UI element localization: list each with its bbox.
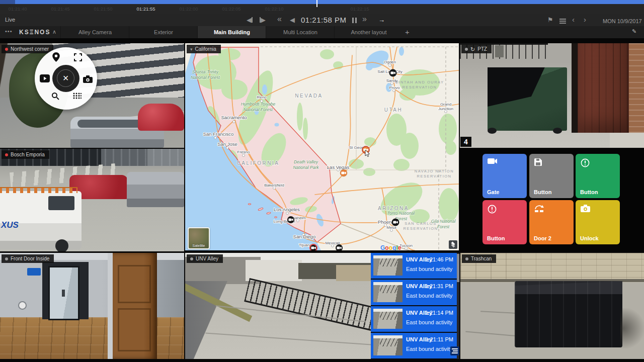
camera-name: Trashcan: [471, 256, 492, 261]
status-dot: [465, 48, 468, 51]
flag-icon[interactable]: ⚑: [547, 16, 553, 24]
scene-red-door: [578, 43, 629, 133]
map-label: Bakersfield: [264, 183, 284, 188]
scene-black-dumpster: [515, 281, 622, 347]
timeline-buffered-segment: [0, 0, 15, 4]
play-reverse-icon[interactable]: ◀: [290, 16, 295, 24]
map-label: Grand: [440, 102, 451, 107]
action-button-save[interactable]: Button: [529, 154, 574, 198]
alert-circle-icon: [488, 205, 497, 216]
scene-glass-door: [48, 266, 79, 320]
scene-green-dumpster: [488, 67, 567, 131]
map-marker-camera[interactable]: [389, 69, 397, 77]
map-marker-camera[interactable]: [340, 169, 347, 176]
collapse-chevron-icon[interactable]: ∧: [52, 29, 56, 35]
search-icon[interactable]: [50, 90, 61, 102]
location-pin-icon[interactable]: [50, 51, 61, 62]
camera-label: Trashcan: [462, 254, 496, 263]
camera-tile-northwest-corner[interactable]: Northwest corner ×: [0, 43, 184, 148]
action-button-generic[interactable]: Button: [576, 154, 620, 198]
tab-multi-location[interactable]: Multi Location: [266, 26, 335, 38]
dropdown-caret-icon: ▾: [190, 47, 193, 52]
event-list-item[interactable]: UNV Alley 1:21:14 PM East bound activity: [371, 306, 457, 332]
map-label: San Diego: [293, 234, 315, 239]
date-display: MON 10/9/2017: [603, 17, 642, 26]
map-label: Gila National: [431, 219, 456, 224]
fast-forward-icon[interactable]: »: [362, 15, 367, 23]
prev-day-icon[interactable]: ‹: [572, 15, 575, 24]
map-label: Shasta-Trinity: [192, 69, 219, 74]
map-label: Provo: [389, 85, 400, 90]
satellite-toggle[interactable]: Satellite: [188, 227, 210, 249]
play-icon[interactable]: [39, 73, 50, 84]
tab-another-layout[interactable]: Another layout: [334, 26, 403, 38]
add-tab-icon[interactable]: +: [405, 28, 410, 36]
close-icon[interactable]: ×: [52, 65, 79, 92]
timeline-tick: 01:21:50: [89, 6, 117, 12]
playback-control-bar: Live ◀ ▶ « ◀ 01:21:58 PM » → ⚑ ‹ › MON 1…: [0, 14, 644, 26]
action-button-door2[interactable]: Door 2: [529, 200, 574, 244]
action-button-unlock[interactable]: Unlock: [576, 200, 620, 244]
event-list-item[interactable]: UNV Alley 1:21:11 PM East bound activity: [371, 333, 457, 358]
map-canvas[interactable]: Shasta-Trinity National Forest NEVADA Re…: [185, 43, 459, 250]
tab-exterior[interactable]: Exterior: [129, 26, 198, 38]
current-time: 01:21:58 PM: [301, 16, 347, 24]
scene-step: [610, 133, 644, 148]
event-log-toggle-icon[interactable]: [450, 346, 459, 355]
map-label: NAVAJO NATION: [415, 169, 454, 173]
timeline-tick-row[interactable]: 01:21:40 01:21:45 01:21:50 01:21:55 01:2…: [0, 4, 644, 14]
timeline-tick: 01:22:00: [175, 6, 203, 12]
camera-label: Bosch Emporia: [2, 150, 49, 159]
brand-logo: KSΞNOS: [19, 29, 50, 36]
timeline-playhead[interactable]: [316, 0, 317, 7]
event-list-item[interactable]: UNV Alley 1:21:46 PM East bound activity: [371, 253, 457, 279]
layers-icon[interactable]: [449, 240, 457, 249]
map-label: RESERVATION: [403, 226, 438, 231]
map-marker-camera[interactable]: [392, 219, 399, 226]
event-scrollbar-thumb[interactable]: [457, 254, 459, 282]
timeline-tick: 01:22:05: [217, 6, 246, 12]
event-thumbnail: [373, 309, 403, 329]
camera-tile-front-door-inside[interactable]: Front Door Inside: [0, 253, 184, 359]
tab-main-building[interactable]: Main Building: [197, 26, 266, 38]
event-description: East bound activity: [406, 346, 452, 352]
timeline-tick: 01:21:40: [4, 6, 32, 12]
timeline-bar[interactable]: [0, 0, 644, 4]
map-label: Tucson: [399, 243, 413, 248]
door-cycle-icon: [534, 205, 544, 215]
map-marker-camera-alert[interactable]: [310, 244, 317, 250]
action-button-gate[interactable]: Gate: [482, 154, 527, 198]
map-label: San Francisco: [203, 131, 234, 137]
jump-live-icon[interactable]: →: [378, 16, 385, 24]
event-log-icon[interactable]: [559, 18, 566, 25]
camera-tile-trashcan[interactable]: Trashcan: [460, 253, 644, 359]
step-back-icon[interactable]: ◀: [247, 16, 253, 24]
snapshot-camera-icon[interactable]: [82, 73, 93, 84]
tab-alley-camera[interactable]: Alley Camera: [60, 26, 129, 38]
pause-icon[interactable]: [351, 16, 357, 24]
camera-tile-bosch-emporia[interactable]: XUS Bosch Emporia: [0, 149, 184, 251]
timeline-tick: 01:22:15: [346, 6, 374, 12]
map-title-label[interactable]: ▾ California: [187, 45, 221, 53]
rewind-icon[interactable]: «: [277, 15, 282, 23]
event-scrollbar-track[interactable]: [457, 253, 459, 359]
next-day-icon[interactable]: ›: [584, 15, 586, 24]
event-time: 1:21:46 PM: [425, 256, 453, 262]
edit-pencil-icon[interactable]: ✎: [632, 28, 636, 35]
event-description: East bound activity: [406, 293, 452, 299]
map-tile-california[interactable]: Shasta-Trinity National Forest NEVADA Re…: [185, 43, 459, 250]
event-list-item[interactable]: UNV Alley 1:21:31 PM East bound activity: [371, 280, 457, 305]
camera-tile-unv-alley[interactable]: UNV Alley: [185, 253, 371, 359]
fullscreen-icon[interactable]: [72, 52, 84, 63]
map-label: National Park: [293, 165, 319, 170]
map-label: Sacramento: [221, 115, 247, 120]
camera-tile-ptz[interactable]: 4 ↻ PTZ: [460, 43, 644, 148]
apps-grid-icon[interactable]: [71, 90, 83, 101]
camera-name: PTZ: [477, 46, 487, 52]
recording-dot: [5, 153, 8, 156]
overflow-dots-icon[interactable]: •••: [5, 28, 13, 34]
map-marker-camera[interactable]: [287, 216, 294, 223]
surveillance-app: 01:21:40 01:21:45 01:21:50 01:21:55 01:2…: [0, 0, 644, 362]
step-forward-icon[interactable]: ▶: [260, 16, 266, 24]
action-button-generic[interactable]: Button: [482, 200, 527, 244]
